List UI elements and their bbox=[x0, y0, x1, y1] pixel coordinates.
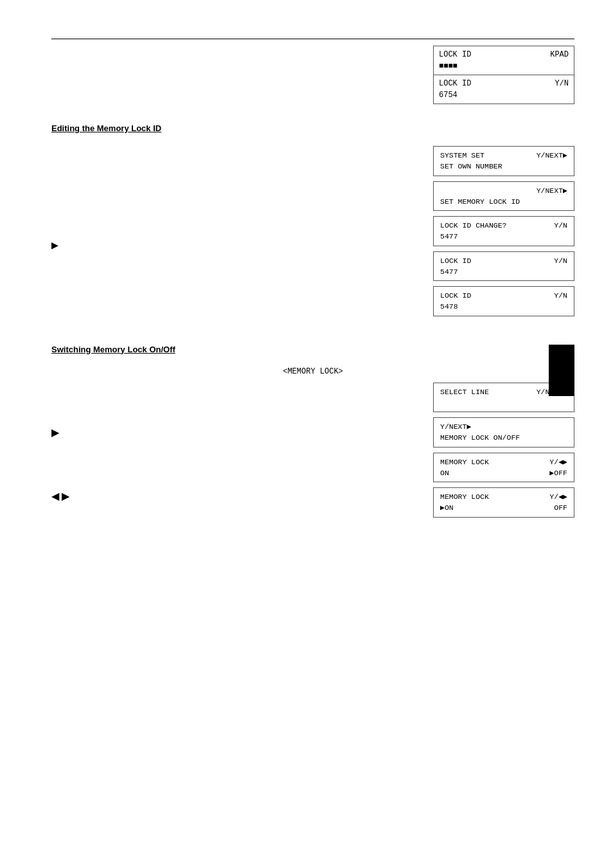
es3-line2: 5477 bbox=[440, 231, 567, 242]
switch-arrow-right: ▶ bbox=[51, 426, 433, 439]
es1-line2: SET OWN NUMBER bbox=[440, 161, 567, 172]
editing-section: Editing the Memory Lock ID ▶ SYSTEM SET … bbox=[51, 123, 574, 319]
sw4-on: ▶ON bbox=[440, 502, 454, 513]
sw3-on: ON bbox=[440, 467, 449, 478]
sw1-line2 bbox=[440, 397, 567, 408]
es5-right: Y/N bbox=[554, 290, 567, 301]
memory-lock-label: <MEMORY LOCK> bbox=[51, 367, 574, 376]
es5-left: LOCK ID bbox=[440, 290, 471, 301]
es3-left: LOCK ID CHANGE? bbox=[440, 220, 507, 231]
es2-right: Y/NEXT▶ bbox=[537, 185, 567, 196]
switching-screens: SELECT LINE Y/NEXT▶ Y/NEXT▶ MEMORY LOCK … bbox=[433, 383, 574, 520]
edit-screen-2: Y/NEXT▶ SET MEMORY LOCK ID bbox=[433, 181, 574, 212]
lcd2-value: 6754 bbox=[439, 89, 569, 101]
sw-screen-2: Y/NEXT▶ MEMORY LOCK ON/OFF bbox=[433, 417, 574, 448]
editing-left: ▶ bbox=[51, 146, 433, 319]
lcd-screen-1: LOCK ID KPAD ■■■■ bbox=[433, 46, 574, 75]
sw3-row2: ON ▶OFF bbox=[440, 467, 567, 478]
es4-line2: 5477 bbox=[440, 266, 567, 277]
es1-right: Y/NEXT▶ bbox=[537, 150, 567, 161]
sw3-right: Y/◀▶ bbox=[549, 457, 567, 467]
es2-line2: SET MEMORY LOCK ID bbox=[440, 196, 567, 207]
sw4-row2: ▶ON OFF bbox=[440, 502, 567, 513]
switching-section: Switching Memory Lock On/Off <MEMORY LOC… bbox=[51, 345, 574, 520]
page: LOCK ID KPAD ■■■■ LOCK ID Y/N 6754 Editi… bbox=[0, 0, 613, 868]
switching-left: ▶ ◀ ▶ bbox=[51, 383, 433, 520]
es3-right: Y/N bbox=[554, 220, 567, 231]
lcd1-squares: ■■■■ bbox=[439, 60, 569, 72]
edit-screen-4: LOCK ID Y/N 5477 bbox=[433, 251, 574, 282]
editing-arrow: ▶ bbox=[51, 240, 433, 250]
switching-content: ▶ ◀ ▶ SELECT LINE Y/NEXT▶ bbox=[51, 383, 574, 520]
es4-left: LOCK ID bbox=[440, 255, 471, 266]
lcd1-kpad: KPAD bbox=[550, 49, 569, 60]
sw2-right: Y/NEXT▶ bbox=[440, 421, 471, 432]
edit-screen-5: LOCK ID Y/N 5478 bbox=[433, 286, 574, 316]
edit-screen-3: LOCK ID CHANGE? Y/N 5477 bbox=[433, 216, 574, 246]
lcd2-label: LOCK ID bbox=[439, 78, 471, 89]
switch-arrow-both: ◀ ▶ bbox=[51, 490, 433, 502]
editing-title: Editing the Memory Lock ID bbox=[51, 123, 574, 133]
sw4-right: Y/◀▶ bbox=[549, 491, 567, 502]
es5-line2: 5478 bbox=[440, 301, 567, 312]
sw1-left: SELECT LINE bbox=[440, 386, 489, 397]
es4-right: Y/N bbox=[554, 255, 567, 266]
top-displays-section: LOCK ID KPAD ■■■■ LOCK ID Y/N 6754 bbox=[51, 46, 574, 104]
editing-content: ▶ SYSTEM SET Y/NEXT▶ SET OWN NUMBER Y/NE… bbox=[51, 146, 574, 319]
es1-left: SYSTEM SET bbox=[440, 150, 484, 161]
sw-screen-4: MEMORY LOCK Y/◀▶ ▶ON OFF bbox=[433, 487, 574, 518]
edit-screen-1: SYSTEM SET Y/NEXT▶ SET OWN NUMBER bbox=[433, 146, 574, 176]
sw4-left: MEMORY LOCK bbox=[440, 491, 489, 502]
black-tab bbox=[549, 345, 574, 396]
top-rule bbox=[51, 39, 574, 39]
sw4-off: OFF bbox=[554, 502, 567, 513]
editing-screens: SYSTEM SET Y/NEXT▶ SET OWN NUMBER Y/NEXT… bbox=[433, 146, 574, 319]
sw2-line2: MEMORY LOCK ON/OFF bbox=[440, 432, 567, 443]
switching-title: Switching Memory Lock On/Off bbox=[51, 345, 574, 354]
sw3-left: MEMORY LOCK bbox=[440, 457, 489, 467]
lcd-screen-2: LOCK ID Y/N 6754 bbox=[433, 75, 574, 104]
sw3-off: ▶OFF bbox=[549, 467, 567, 478]
lcd2-yn: Y/N bbox=[555, 78, 569, 89]
lcd1-label: LOCK ID bbox=[439, 49, 471, 60]
sw-screen-3: MEMORY LOCK Y/◀▶ ON ▶OFF bbox=[433, 453, 574, 483]
